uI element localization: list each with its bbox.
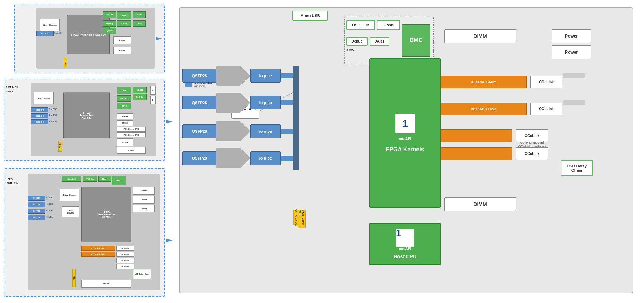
card2-usbout: USB Out	[133, 94, 147, 100]
card1: FPGA Intel Aglex AGF014 Jitter Cleaner B…	[14, 4, 165, 73]
card2: FPGAIntel AglexAGF027 Jitter Cleaner 10M…	[4, 79, 165, 161]
card3-usbhub: USB Hub	[83, 176, 97, 182]
card2-mcio2: MCIO	[117, 120, 133, 126]
card3-ocu4: OCuLink	[116, 264, 134, 269]
iopipe-4: io pipe	[250, 151, 281, 165]
card3-arrow	[166, 237, 174, 245]
oculink-4: OCuLink	[516, 147, 548, 160]
card3-power2: Power	[133, 205, 155, 212]
card2-dimm: DIMM	[117, 147, 146, 154]
usb-daisy-box: USB Daisy Chain	[561, 160, 593, 176]
card2-bw1: 8x 25G	[49, 108, 57, 111]
oculink-3: OCuLink	[516, 129, 548, 142]
card2-bw3: 8x 25G	[49, 120, 57, 123]
card2-mcio1: MCIO	[117, 113, 133, 119]
card3-fpga: FPGAIntel Stratix 10MX2100	[81, 187, 131, 242]
host-cpu-badge: 1	[396, 229, 414, 247]
bw-bar-4	[441, 147, 512, 160]
card2-arrow	[166, 118, 174, 127]
card3-qsfp4: QSFP28	[28, 215, 45, 220]
usb-hub-box: USB Hub	[346, 20, 375, 30]
qsfp28-2: QSFP28	[182, 96, 216, 109]
power-1: Power	[552, 29, 591, 43]
dimm-top: DIMM	[444, 29, 516, 43]
qsfp28-3: QSFP28	[182, 124, 216, 138]
card2-board: FPGAIntel AglexAGF027 Jitter Cleaner 10M…	[31, 83, 156, 156]
left-panel: FPGA Intel Aglex AGF014 Jitter Cleaner B…	[4, 4, 175, 297]
card3-bmc: BMC	[112, 176, 126, 185]
card1-ddr4-2: DDR4	[113, 47, 131, 54]
card3-flash: Flash	[98, 176, 111, 182]
card1-bw: 8x 25G	[54, 32, 62, 34]
jtag-label: JTAG	[346, 48, 355, 52]
card3-bw1: 4x 25G	[46, 196, 53, 199]
svg-marker-0	[156, 37, 162, 40]
fpga-kernels-box: 1 oneAPI FPGA Kernels	[369, 58, 441, 208]
fpga-left-connector	[293, 66, 299, 170]
card2-power1: P	[150, 86, 156, 95]
oculink-2: OCuLink	[530, 103, 562, 115]
qsfp28-4: QSFP28	[182, 151, 216, 165]
card3-dimm: DIMM	[133, 187, 155, 195]
card3-sig2: 10MHz Clk	[5, 182, 18, 185]
card2-pcie1: PCIe Gen4 + GPIO	[117, 127, 146, 132]
card3-dimm2: DIMM	[81, 280, 131, 288]
card3-power1: Power	[133, 196, 155, 204]
card2-qsfp2: QSFP-DD	[31, 113, 48, 118]
card3-bw3: 4x 25G	[46, 209, 53, 211]
oculink-1: OCuLink	[530, 76, 562, 88]
card1-qsfpdd: QSFP-DD	[36, 31, 54, 36]
card1-gpio: GPIO	[133, 20, 146, 27]
oculink-right-conn-1	[564, 73, 585, 78]
card1-bmc: BMC	[117, 11, 131, 19]
card2-gpio: GPIO	[117, 103, 131, 109]
card3-bwbar1: 8x 12.5G + GPIO	[81, 246, 115, 251]
card2-bw2: 8x 25G	[49, 114, 57, 117]
card2-bmc: BMC	[117, 87, 131, 94]
card3: Micro USB USB Hub Flash BMC 1 PPS 10MHz …	[4, 168, 165, 297]
bmc-box: BMC	[402, 24, 430, 57]
svg-marker-1	[166, 120, 173, 123]
card2-qsfp3: QSFP-DD	[31, 119, 48, 124]
card1-pcie: PCIe	[64, 58, 67, 68]
card1-ddr4-1: DDR4	[113, 36, 131, 44]
diagram-container: FPGA Intel Aglex AGF014 Jitter Cleaner B…	[0, 0, 644, 303]
iopipe-1: io pipe	[250, 69, 281, 83]
card3-qsfp2: QSFP28	[28, 202, 45, 207]
card3-sig1: 1 PPS	[5, 178, 13, 180]
card3-qsfp1: QSFP28	[28, 196, 45, 201]
card2-fpga: FPGAIntel AglexAGF027	[63, 92, 110, 138]
card1-usb: USB	[133, 11, 146, 18]
oneapi-badge-number: 1	[402, 118, 408, 128]
flash-box: Flash	[377, 20, 400, 30]
card3-ocu1: OCuLink	[116, 246, 134, 251]
main-diagram: PCIe Gen3 x16 Micro USB 1 PPS (optional)…	[179, 7, 633, 293]
card2-jitter: Jitter Cleaner	[34, 92, 54, 104]
card2-ddr4: DDR4	[117, 138, 133, 146]
svg-text:PCIe Gen3 x16: PCIe Gen3 x16	[294, 209, 297, 226]
card3-board: Micro USB USB Hub Flash BMC 1 PPS 10MHz …	[28, 174, 160, 290]
power-2: Power	[552, 45, 591, 59]
card3-bw4: 4x 25G	[46, 216, 53, 218]
fpga-kernels-label: FPGA Kernels	[386, 146, 424, 153]
card1-board: FPGA Intel Aglex AGF014 Jitter Cleaner B…	[36, 8, 155, 69]
card1-debug: Debug	[103, 20, 116, 27]
card2-sig1: 10MHz Clk	[6, 86, 19, 88]
qsfp28-1: QSFP28	[182, 69, 216, 83]
card3-ocu2: OCuLink	[116, 252, 134, 257]
card2-sig2: 1 PPS	[6, 90, 13, 93]
iopipe-2: Io pipe	[250, 96, 281, 109]
uart-box: UART	[370, 37, 389, 46]
card1-usbhub: USB Hub	[103, 11, 116, 18]
card2-pcie2: PCIe Gen4 + GPIO	[117, 132, 146, 137]
card3-bw2: 4x 25G	[46, 203, 53, 205]
card1-flash: Flash	[117, 20, 131, 27]
qsfp-connector-3	[216, 121, 250, 141]
debug-box: Debug	[346, 37, 368, 46]
oneapi-badge: 1	[395, 114, 415, 133]
card1-jitter: Jitter Cleaner	[40, 19, 60, 31]
card1-arrow	[156, 35, 163, 44]
qsfp-connector-4	[216, 148, 250, 168]
host-cpu-label: Host CPU	[394, 254, 417, 259]
card2-usbhub: USB Hub	[117, 95, 131, 102]
